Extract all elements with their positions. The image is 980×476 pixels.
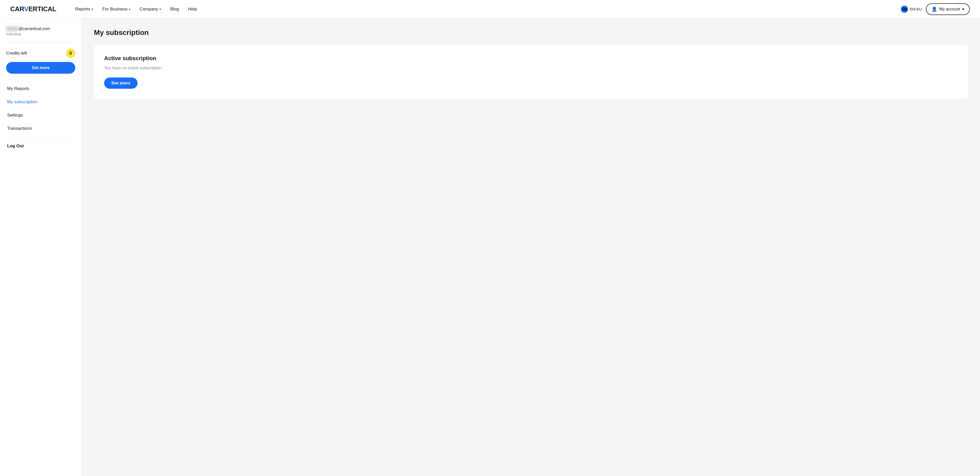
user-email: ●●●●●@carvertical.com (6, 27, 75, 31)
user-type: Individual (6, 32, 75, 36)
credits-section: Credits left 0 Get more (6, 49, 75, 80)
chevron-down-icon: ▾ (159, 8, 161, 11)
logout-button[interactable]: Log Out (6, 140, 75, 153)
main-content: My subscription Active subscription You … (82, 18, 980, 476)
sidebar-nav: My Reports My subscription Settings Tran… (6, 82, 75, 153)
nav-blog[interactable]: Blog (167, 5, 183, 14)
language-selector[interactable]: 🇪🇺 EN-EU (901, 6, 922, 13)
header-right: 🇪🇺 EN-EU 👤 My account ▾ (901, 3, 970, 15)
person-icon: 👤 (932, 6, 937, 12)
chevron-down-icon: ▾ (92, 8, 93, 11)
sidebar-item-my-reports[interactable]: My Reports (6, 82, 75, 95)
sidebar-item-my-subscription[interactable]: My subscription (6, 95, 75, 109)
page-title: My subscription (94, 29, 968, 37)
credits-row: Credits left 0 (6, 49, 75, 58)
nav-reports[interactable]: Reports ▾ (72, 5, 97, 14)
credits-label: Credits left (6, 51, 27, 56)
get-more-button[interactable]: Get more (6, 62, 75, 74)
chevron-down-icon: ▾ (962, 6, 964, 11)
credits-badge: 0 (66, 49, 75, 58)
chevron-down-icon: ▾ (129, 8, 130, 11)
nav-for-business[interactable]: For Business ▾ (99, 5, 134, 14)
main-nav: Reports ▾ For Business ▾ Company ▾ Blog … (72, 5, 900, 14)
sidebar-item-transactions[interactable]: Transactions (6, 122, 75, 135)
email-blurred: ●●●●● (6, 27, 18, 31)
sidebar-item-settings[interactable]: Settings (6, 109, 75, 122)
logo[interactable]: CARVERTICAL (10, 5, 56, 13)
my-account-button[interactable]: 👤 My account ▾ (926, 3, 970, 15)
user-info: ●●●●●@carvertical.com Individual (6, 27, 75, 43)
flag-icon: 🇪🇺 (901, 6, 908, 13)
nav-help[interactable]: Help (185, 5, 200, 14)
nav-company[interactable]: Company ▾ (136, 5, 165, 14)
my-account-label: My account (939, 7, 960, 11)
lang-label: EN-EU (910, 7, 922, 11)
logo-text: CARVERTICAL (10, 5, 56, 13)
page-layout: ●●●●●@carvertical.com Individual Credits… (0, 18, 980, 476)
header: CARVERTICAL Reports ▾ For Business ▾ Com… (0, 0, 980, 18)
sidebar: ●●●●●@carvertical.com Individual Credits… (0, 18, 82, 476)
no-subscription-text: You have no active subscription. (104, 66, 958, 70)
subscription-card: Active subscription You have no active s… (94, 45, 968, 99)
see-plans-button[interactable]: See plans (104, 78, 138, 89)
subscription-card-title: Active subscription (104, 55, 958, 62)
